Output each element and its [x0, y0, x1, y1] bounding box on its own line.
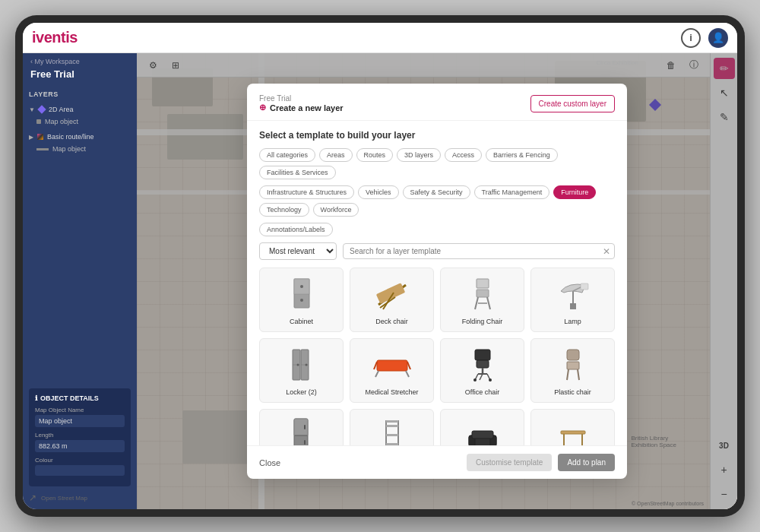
layer-2d-area[interactable]: ▼ 2D Area — [23, 103, 137, 116]
sort-select[interactable]: Most relevant Alphabetical Recently used — [259, 242, 337, 260]
tag-routes[interactable]: Routes — [356, 148, 394, 162]
template-locker[interactable]: Locker (2) — [259, 338, 344, 403]
tags-row-2: Infrastructure & Structures Vehicles Saf… — [259, 185, 615, 217]
layer-map-object-2: Map object — [23, 144, 137, 154]
close-button[interactable]: Close — [259, 458, 280, 467]
modal: Free Trial ⊕ Create a new layer Create c… — [247, 84, 627, 479]
template-refrigerator[interactable]: Refrigerator — [259, 409, 344, 445]
field-value-name: Map object — [35, 415, 125, 427]
svg-line-40 — [578, 369, 579, 380]
svg-point-35 — [473, 378, 477, 382]
deck-chair-icon — [369, 274, 415, 314]
template-stretcher[interactable]: Medical Stretcher — [350, 338, 434, 403]
search-sort-row: Most relevant Alphabetical Recently used… — [259, 242, 615, 260]
tag-workforce[interactable]: Workforce — [313, 203, 359, 217]
template-folding-chair[interactable]: Folding Chair — [440, 268, 524, 332]
svg-rect-29 — [477, 360, 489, 368]
refrigerator-icon — [279, 416, 325, 445]
tag-technology[interactable]: Technology — [259, 203, 309, 217]
tag-facilities[interactable]: Facilities & Services — [259, 166, 336, 179]
info-icon[interactable]: i — [681, 28, 701, 48]
tag-areas[interactable]: Areas — [319, 148, 353, 162]
svg-rect-42 — [294, 419, 308, 435]
field-label-colour: Colour — [35, 457, 125, 464]
sidebar-breadcrumb: ‹ My Workspace — [23, 53, 137, 68]
template-stretcher-label: Medical Stretcher — [365, 388, 418, 396]
template-table[interactable]: Table (1m) — [530, 409, 615, 445]
main-content: ‹ My Workspace Free Trial LAYERS ▼ 2D Ar… — [23, 53, 737, 509]
object-details-panel: ℹ OBJECT DETAILS Map Object Name Map obj… — [29, 388, 131, 486]
svg-line-11 — [487, 297, 490, 309]
svg-line-27 — [406, 371, 409, 377]
svg-rect-16 — [581, 283, 588, 290]
modal-overlay: Free Trial ⊕ Create a new layer Create c… — [137, 53, 737, 509]
template-lamp[interactable]: Lamp — [530, 268, 615, 332]
template-deck-chair[interactable]: Deck chair — [350, 268, 434, 332]
field-value-length: 882.63 m — [35, 440, 125, 452]
lamp-icon — [550, 274, 596, 314]
search-clear-icon[interactable]: ✕ — [603, 246, 610, 257]
template-office-chair-label: Office chair — [465, 388, 499, 396]
template-plastic-chair-label: Plastic chair — [554, 388, 591, 396]
plastic-chair-icon — [550, 345, 596, 385]
customise-template-button: Customise template — [467, 454, 552, 471]
layer-route[interactable]: ▶ Basic route/line — [23, 130, 137, 144]
modal-title: ⊕ Create a new layer — [259, 103, 344, 112]
layers-section-label: LAYERS — [23, 86, 137, 103]
osm-logo: ↗ Open Street Map — [29, 492, 131, 503]
table-icon — [550, 416, 596, 445]
modal-breadcrumb: Free Trial — [259, 94, 344, 103]
top-bar-icons: i 👤 — [681, 28, 728, 48]
select-template-label: Select a template to build your layer — [259, 130, 615, 141]
stretcher-icon — [369, 345, 415, 385]
locker-icon — [279, 345, 325, 385]
object-details-title: ℹ OBJECT DETAILS — [35, 394, 125, 402]
shelves-icon — [369, 416, 415, 445]
svg-point-3 — [300, 299, 303, 302]
template-plastic-chair[interactable]: Plastic chair — [530, 338, 615, 403]
template-shelves[interactable]: Shelves — [350, 409, 434, 445]
svg-rect-59 — [561, 431, 585, 434]
app-logo: iventis — [32, 29, 681, 46]
template-deck-chair-label: Deck chair — [375, 318, 408, 325]
field-value-colour — [35, 465, 125, 476]
tag-3d-layers[interactable]: 3D layers — [397, 148, 441, 162]
modal-header: Free Trial ⊕ Create a new layer Create c… — [247, 84, 627, 121]
svg-line-33 — [480, 374, 483, 380]
svg-rect-56 — [472, 431, 493, 439]
tags-row-3: Annotations/Labels — [259, 223, 615, 236]
user-avatar[interactable]: 👤 — [708, 28, 728, 48]
tag-access[interactable]: Access — [445, 148, 482, 162]
svg-rect-48 — [386, 425, 398, 427]
tag-vehicles[interactable]: Vehicles — [358, 185, 399, 199]
search-input[interactable] — [343, 243, 615, 259]
tag-furniture[interactable]: Furniture — [553, 185, 596, 199]
create-custom-layer-button[interactable]: Create custom layer — [530, 95, 615, 112]
svg-line-39 — [567, 369, 568, 380]
svg-rect-49 — [386, 434, 398, 436]
svg-rect-9 — [477, 290, 489, 297]
template-office-chair[interactable]: Office chair — [440, 338, 524, 403]
svg-rect-28 — [475, 350, 490, 360]
tag-infrastructure[interactable]: Infrastructure & Structures — [259, 185, 354, 199]
cabinet-icon — [279, 274, 325, 314]
office-chair-icon — [460, 345, 505, 385]
tag-all-categories[interactable]: All categories — [259, 148, 315, 162]
footer-right: Customise template Add to plan — [467, 454, 615, 471]
template-sofa[interactable]: Sofa — [440, 409, 524, 445]
tag-barriers[interactable]: Barriers & Fencing — [486, 148, 558, 162]
svg-line-10 — [475, 297, 478, 309]
svg-rect-45 — [304, 440, 306, 445]
template-cabinet[interactable]: Cabinet — [259, 268, 344, 332]
template-folding-chair-label: Folding Chair — [462, 318, 503, 325]
tag-safety[interactable]: Safety & Security — [403, 185, 470, 199]
template-lamp-label: Lamp — [564, 318, 581, 325]
svg-line-26 — [375, 371, 378, 377]
template-locker-label: Locker (2) — [286, 388, 317, 396]
tag-annotations[interactable]: Annotations/Labels — [259, 223, 333, 236]
template-cabinet-label: Cabinet — [290, 318, 313, 325]
modal-body: Select a template to build your layer Al… — [247, 121, 627, 445]
svg-point-36 — [489, 378, 492, 382]
tag-traffic[interactable]: Traffic Management — [474, 185, 550, 199]
svg-rect-44 — [304, 425, 306, 429]
